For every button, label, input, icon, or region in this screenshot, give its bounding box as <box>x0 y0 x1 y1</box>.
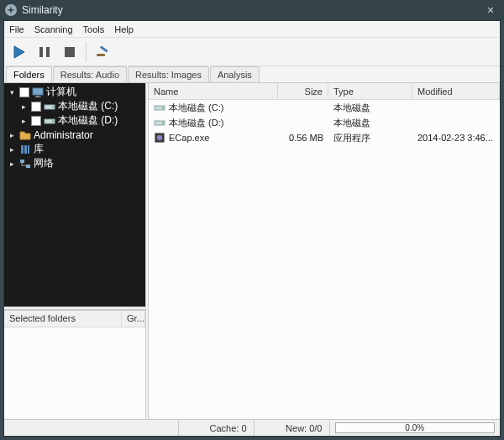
col-size[interactable]: Size <box>278 83 328 99</box>
svg-marker-0 <box>14 46 24 58</box>
svg-rect-4 <box>97 54 105 56</box>
tree-item-drive-d[interactable]: ▸ 本地磁盘 (D:) <box>4 113 145 128</box>
file-name: ECap.exe <box>169 133 209 143</box>
drive-icon <box>154 102 165 113</box>
svg-rect-13 <box>21 145 24 154</box>
computer-icon <box>32 86 44 98</box>
svg-point-23 <box>157 135 162 140</box>
close-icon[interactable]: × <box>482 3 499 17</box>
statusbar: Cache: 0 New: 0/0 0.0% <box>4 419 500 436</box>
col-type[interactable]: Type <box>328 83 412 99</box>
tab-results-images[interactable]: Results: Images <box>128 66 209 82</box>
status-cache: Cache: 0 <box>179 420 255 436</box>
svg-rect-15 <box>28 145 29 154</box>
svg-point-10 <box>52 106 54 107</box>
checkbox[interactable] <box>31 116 41 126</box>
selected-folders-header: Selected folders Gr... <box>4 311 145 327</box>
tree-item-administrator[interactable]: ▸ Administrator <box>4 128 145 142</box>
stop-button[interactable] <box>58 40 81 64</box>
svg-rect-1 <box>39 47 43 57</box>
tree-label: 本地磁盘 (C:) <box>58 99 118 113</box>
tab-analysis[interactable]: Analysis <box>210 66 260 82</box>
expand-icon[interactable]: ▸ <box>8 159 17 168</box>
file-list-body[interactable]: 本地磁盘 (C:) 本地磁盘 本地磁盘 (D:) 本地磁盘 ECap.exe 0… <box>149 100 500 419</box>
folder-icon <box>19 129 31 141</box>
tree-item-libraries[interactable]: ▸ 库 <box>4 142 145 156</box>
checkbox[interactable] <box>31 102 41 112</box>
menu-tools[interactable]: Tools <box>83 24 105 34</box>
svg-rect-3 <box>65 47 75 57</box>
file-type: 本地磁盘 <box>333 117 370 129</box>
svg-rect-5 <box>100 45 108 52</box>
menu-help[interactable]: Help <box>114 24 134 34</box>
drive-icon <box>44 115 55 127</box>
network-icon <box>19 158 31 170</box>
svg-rect-7 <box>36 96 39 97</box>
svg-rect-8 <box>34 97 41 97</box>
selected-folders-panel: Selected folders Gr... <box>4 310 145 419</box>
tree-label: Administrator <box>34 129 93 141</box>
menu-scanning[interactable]: Scanning <box>34 24 73 34</box>
tab-folders[interactable]: Folders <box>6 66 52 82</box>
toolbar-separator <box>86 42 87 62</box>
app-icon <box>5 4 17 16</box>
menubar: File Scanning Tools Help <box>4 21 500 38</box>
svg-point-21 <box>162 123 164 124</box>
tree-label: 本地磁盘 (D:) <box>58 113 118 128</box>
tree-label: 网络 <box>34 156 54 170</box>
expand-icon[interactable]: ▸ <box>19 102 29 111</box>
col-name[interactable]: Name <box>149 83 278 99</box>
main-window: Similarity × File Scanning Tools Help <box>0 0 504 440</box>
collapse-icon[interactable]: ▾ <box>8 87 17 97</box>
drive-icon <box>44 101 55 113</box>
file-name: 本地磁盘 (D:) <box>169 117 223 129</box>
play-button[interactable] <box>8 40 31 64</box>
file-name: 本地磁盘 (C:) <box>169 102 223 114</box>
expand-icon[interactable]: ▸ <box>19 116 29 125</box>
tree-item-drive-c[interactable]: ▸ 本地磁盘 (C:) <box>4 99 145 113</box>
list-item[interactable]: 本地磁盘 (D:) 本地磁盘 <box>149 115 500 130</box>
pause-button[interactable] <box>33 40 56 64</box>
col-selected-folders[interactable]: Selected folders <box>4 311 122 327</box>
toolbar <box>4 38 500 66</box>
expand-icon[interactable]: ▸ <box>8 130 17 139</box>
file-list-pane: Name Size Type Modified 本地磁盘 (C:) 本地磁盘 本… <box>149 83 500 419</box>
col-group[interactable]: Gr... <box>122 311 145 327</box>
menu-file[interactable]: File <box>9 24 24 34</box>
file-list-header: Name Size Type Modified <box>149 83 500 100</box>
settings-button[interactable] <box>91 40 114 64</box>
tabs-row: Folders Results: Audio Results: Images A… <box>4 66 500 83</box>
left-pane: ▾ 计算机 ▸ 本地磁盘 (C:) ▸ <box>4 83 145 419</box>
status-progress: 0.0% <box>330 420 501 436</box>
libraries-icon <box>19 144 31 155</box>
list-item[interactable]: 本地磁盘 (C:) 本地磁盘 <box>149 100 500 115</box>
col-modified[interactable]: Modified <box>412 83 500 99</box>
file-type: 应用程序 <box>333 132 370 144</box>
expand-icon[interactable]: ▸ <box>8 144 17 154</box>
body-area: ▾ 计算机 ▸ 本地磁盘 (C:) ▸ <box>4 83 500 419</box>
file-size: 0.56 MB <box>289 133 323 143</box>
status-new: New: 0/0 <box>255 420 330 436</box>
svg-point-12 <box>52 120 54 122</box>
tree-label: 库 <box>34 142 44 156</box>
svg-point-19 <box>162 107 164 109</box>
svg-rect-6 <box>33 88 43 95</box>
window-inner: File Scanning Tools Help Folders Results… <box>3 20 501 437</box>
svg-rect-14 <box>24 145 27 154</box>
tab-results-audio[interactable]: Results: Audio <box>53 66 127 82</box>
titlebar[interactable]: Similarity × <box>0 0 504 20</box>
progress-bar: 0.0% <box>335 422 496 433</box>
checkbox[interactable] <box>19 87 29 97</box>
exe-icon <box>154 132 165 144</box>
drive-icon <box>154 117 165 128</box>
tree-item-computer[interactable]: ▾ 计算机 <box>4 85 145 99</box>
svg-rect-2 <box>46 47 50 57</box>
list-item[interactable]: ECap.exe 0.56 MB 应用程序 2014-02-23 3:46... <box>149 130 500 145</box>
folder-tree[interactable]: ▾ 计算机 ▸ 本地磁盘 (C:) ▸ <box>4 83 145 306</box>
progress-text: 0.0% <box>405 423 424 432</box>
tree-item-network[interactable]: ▸ 网络 <box>4 156 145 170</box>
file-modified: 2014-02-23 3:46... <box>417 133 493 143</box>
tree-label: 计算机 <box>46 85 76 99</box>
status-empty <box>4 420 179 436</box>
file-type: 本地磁盘 <box>333 102 370 114</box>
